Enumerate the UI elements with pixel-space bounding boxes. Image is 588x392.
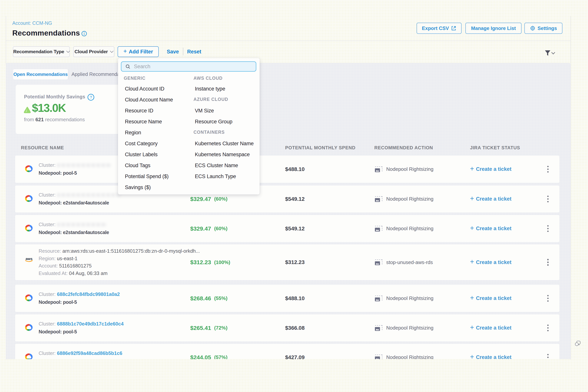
svg-text:?: ?	[90, 95, 92, 99]
svg-text:aws: aws	[26, 257, 32, 261]
